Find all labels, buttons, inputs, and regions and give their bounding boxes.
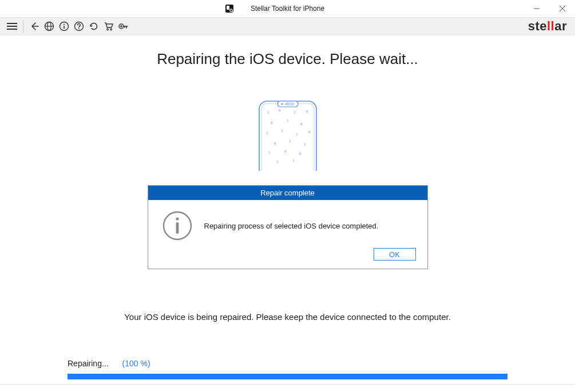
svg-point-20 [119, 24, 124, 29]
minimize-button[interactable] [524, 0, 549, 17]
svg-point-19 [110, 29, 112, 30]
dialog-body: Repairing process of selected iOS device… [148, 200, 427, 248]
svg-text:1: 1 [281, 129, 283, 133]
svg-text:0: 0 [299, 151, 302, 155]
svg-text:1: 1 [292, 158, 295, 162]
svg-rect-23 [261, 103, 314, 171]
svg-text:1: 1 [304, 142, 306, 146]
progress-area: Repairing... (100 %) [68, 359, 507, 379]
svg-text:0: 0 [274, 141, 276, 145]
svg-text:1: 1 [267, 110, 269, 114]
svg-text:1: 1 [287, 118, 289, 122]
svg-text:1: 1 [268, 150, 271, 154]
key-icon[interactable] [116, 19, 131, 34]
window-title: Stellar Toolkit for iPhone [251, 5, 324, 13]
svg-point-47 [176, 217, 179, 220]
titlebar: Stellar Toolkit for iPhone [0, 0, 575, 17]
svg-rect-24 [277, 101, 298, 107]
svg-point-18 [107, 29, 109, 30]
window-controls [524, 0, 575, 17]
svg-text:0: 0 [306, 109, 308, 113]
svg-text:0: 0 [279, 108, 281, 112]
svg-text:1: 1 [289, 139, 291, 143]
info-icon[interactable] [57, 19, 72, 34]
svg-text:1: 1 [294, 110, 296, 114]
toolbar-separator [23, 20, 23, 33]
refresh-icon[interactable] [86, 19, 101, 34]
advice-text: Your iOS device is being repaired. Pleas… [0, 312, 575, 322]
dialog-footer: OK [148, 248, 427, 269]
brand-logo: stellar [528, 19, 567, 34]
brand-text-pre: ste [528, 19, 547, 33]
cart-icon[interactable] [101, 19, 116, 34]
divider [0, 384, 575, 385]
phone-illustration: 1010 010 1110 011 100 11 [0, 97, 575, 171]
svg-text:0: 0 [271, 121, 273, 125]
dialog-title: Repair complete [148, 186, 427, 200]
progress-labels: Repairing... (100 %) [68, 359, 507, 368]
back-icon[interactable] [27, 19, 42, 34]
svg-text:1: 1 [276, 159, 279, 163]
ok-button[interactable]: OK [374, 248, 416, 261]
svg-point-14 [64, 24, 65, 25]
svg-text:0: 0 [308, 130, 311, 134]
svg-text:1: 1 [266, 131, 268, 135]
progress-fill [68, 374, 507, 379]
brand-text-post: ar [554, 19, 567, 33]
svg-text:0: 0 [284, 149, 287, 153]
svg-point-21 [121, 26, 122, 27]
svg-rect-3 [227, 6, 229, 10]
info-icon [162, 210, 193, 241]
globe-icon[interactable] [42, 19, 57, 34]
menu-icon[interactable] [5, 19, 19, 34]
help-icon[interactable] [72, 19, 86, 34]
close-button[interactable] [549, 0, 575, 17]
svg-point-17 [78, 28, 80, 29]
progress-label: Repairing... [68, 359, 109, 368]
progress-bar [68, 374, 507, 379]
svg-text:0: 0 [300, 122, 303, 126]
toolbar: stellar [0, 17, 575, 35]
content-area: Repairing the iOS device. Please wait...… [0, 50, 575, 392]
page-headline: Repairing the iOS device. Please wait... [0, 50, 575, 68]
svg-rect-48 [176, 222, 179, 234]
app-icon [225, 4, 234, 13]
svg-point-25 [281, 103, 283, 105]
progress-percent: (100 %) [122, 359, 150, 368]
dialog-message: Repairing process of selected iOS device… [204, 222, 379, 230]
svg-text:1: 1 [296, 132, 298, 136]
repair-complete-dialog: Repair complete Repairing process of sel… [148, 185, 428, 269]
brand-text-mid: ll [547, 19, 554, 33]
